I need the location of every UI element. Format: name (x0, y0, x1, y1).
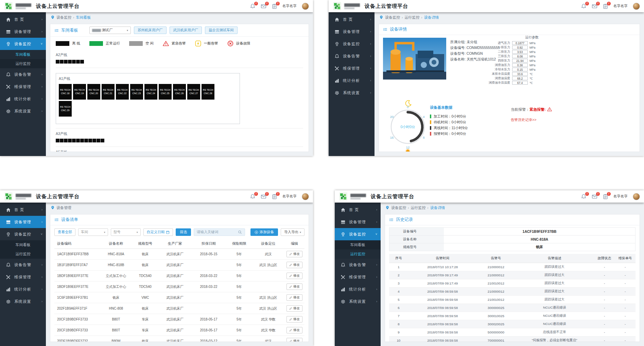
machine-status-cell[interactable] (84, 139, 88, 142)
machine-tile[interactable]: RS TECHCNC.25 (159, 84, 172, 100)
machine-status-cell[interactable] (68, 60, 72, 64)
sidebar-item-device-alarm[interactable]: 设备告警› (329, 50, 375, 62)
machine-tile[interactable]: RS TECHCNC.20 (87, 84, 100, 100)
sidebar-item-home[interactable]: 首 页› (0, 204, 46, 216)
table-row[interactable]: 22018/07/09 09:17:49210000012跟踪误差过大-- (389, 271, 636, 279)
machine-status-cell[interactable] (76, 60, 80, 64)
machine-status-cell[interactable] (64, 60, 68, 64)
edit-button[interactable]: 修改 (286, 338, 302, 342)
machine-status-cell[interactable] (80, 60, 84, 64)
machine-status-cell[interactable] (97, 139, 100, 142)
sidebar-item-home[interactable]: 首 页› (0, 13, 46, 25)
clipboard-icon[interactable]: 2 (272, 3, 277, 9)
column-header[interactable]: 告警描述 (515, 254, 594, 263)
user-avatar[interactable] (633, 193, 640, 200)
table-row[interactable]: 1BDF1B9EEFF377E立式加工中心TDC540武汉机床厂2018-03-… (54, 281, 304, 292)
sidebar-subitem-workshop-board[interactable]: 车间看板 (335, 240, 381, 249)
breadcrumb-item[interactable]: 运行监控 (411, 205, 425, 210)
column-header[interactable]: 告警时间 (408, 254, 477, 263)
machine-status-cell[interactable] (101, 139, 104, 142)
column-header[interactable]: 序号 (389, 254, 408, 263)
table-row[interactable]: 20CF1B9BDFF3733B80T车床武汉机床厂2018-05-175年武汉… (54, 314, 304, 325)
machine-status-cell[interactable] (88, 139, 92, 142)
table-row[interactable]: 82018/07/09 08:59:58300020025NCUC通讯错误-- (389, 320, 636, 328)
machine-tile[interactable]: RS TECHCNC.27 (187, 84, 200, 100)
table-row[interactable]: 102018/07/09 08:59:58700000001“伺服报警，必须全部… (389, 336, 636, 342)
workshop-tab-1[interactable]: 苏州机床用户厂 (134, 27, 167, 34)
custom-date-button[interactable]: 自定义日期 (143, 228, 173, 236)
sidebar-item-home[interactable]: 首 页› (335, 204, 381, 216)
table-row[interactable]: 20DF1B9BDFF3732B80M铣床武汉机床厂2018-03-125年武汉… (54, 336, 304, 342)
table-row[interactable]: 52018/07/09 08:59:58210010012跟踪误差过大-- (389, 296, 636, 304)
machine-status-cell[interactable] (80, 139, 84, 142)
sidebar-item-device-mgmt[interactable]: 设备管理› (335, 216, 381, 228)
sidebar-item-device-alarm[interactable]: 设备告警› (0, 68, 46, 81)
machine-tile[interactable]: RS TECHCNC.18 (59, 84, 72, 100)
sidebar-item-settings[interactable]: 系统设置› (0, 105, 46, 117)
sidebar-item-device-monitor[interactable]: 设备监控˅ (0, 38, 46, 50)
breadcrumb-item[interactable]: 设备详情 (424, 15, 439, 20)
clipboard-icon[interactable]: 2 (603, 3, 608, 9)
table-row[interactable]: 1ACF1B9FEFF37BBHNC-818A铣床武汉机床厂2018-05-15… (54, 249, 304, 260)
mail-icon[interactable]: 2 (592, 194, 597, 200)
clipboard-icon[interactable]: 2 (603, 194, 608, 200)
machine-status-cell[interactable] (76, 139, 80, 142)
machine-status-cell[interactable] (56, 139, 59, 142)
alarm-history-link[interactable]: 告警历史记录>> (511, 118, 536, 122)
breadcrumb-item[interactable]: 设备详情 (430, 205, 445, 210)
sidebar-item-maintenance[interactable]: 维保管理› (329, 62, 375, 74)
machine-tile[interactable]: RS TECHCNC.21 (102, 84, 115, 100)
workshop-select[interactable]: 车间▾ (78, 228, 108, 236)
column-header[interactable]: 编辑 (284, 239, 304, 249)
edit-button[interactable]: 修改 (286, 283, 302, 290)
edit-button[interactable]: 修改 (286, 316, 302, 323)
sidebar-item-device-monitor[interactable]: 设备监控› (329, 38, 375, 50)
sidebar-item-stats[interactable]: 统计分析› (329, 74, 375, 87)
sidebar-item-stats[interactable]: 统计分析› (0, 283, 46, 295)
column-header[interactable]: 投保日期 (191, 239, 226, 249)
table-row[interactable]: 1C6F1B9EEFF37B1铣床VMC武汉机床厂5年武汉 洪山区修改 (54, 292, 304, 303)
machine-tile[interactable]: RS TECHCNC.28 (202, 84, 214, 100)
table-row[interactable]: 92018/07/09 08:59:58500000000总线连接不正常-- (389, 328, 636, 336)
machine-status-cell[interactable] (68, 139, 72, 142)
column-header[interactable]: 设备名称 (101, 239, 132, 249)
column-header[interactable]: 告警号 (477, 254, 515, 263)
column-header[interactable]: 维保单号 (615, 254, 636, 263)
table-row[interactable]: 1B1F1B9FEFF37A7HNC-818B铣床武汉机床厂5年武汉 洪山区修改 (54, 260, 304, 271)
machine-tile[interactable]: RS TECHCNC.26 (173, 84, 186, 100)
import-export-button[interactable]: 导入导出 ▾ (281, 228, 304, 236)
column-header[interactable]: 规格型号 (132, 239, 159, 249)
sidebar-item-device-alarm[interactable]: 设备告警› (335, 259, 381, 271)
sidebar-item-device-monitor[interactable]: 设备监控˅ (0, 228, 46, 240)
machine-status-cell[interactable] (72, 139, 76, 142)
user-avatar[interactable] (302, 3, 309, 10)
sidebar-item-maintenance[interactable]: 维保管理› (0, 81, 46, 93)
column-header[interactable]: 故障状态 (594, 254, 615, 263)
sidebar-item-device-mgmt[interactable]: 设备管理› (0, 216, 46, 228)
breadcrumb-item[interactable]: 运行监控 (404, 15, 419, 20)
machine-status-cell[interactable] (92, 139, 96, 142)
machine-status-cell[interactable] (64, 139, 68, 142)
edit-button[interactable]: 修改 (286, 262, 302, 268)
sidebar-item-settings[interactable]: 系统设置› (0, 295, 46, 308)
sidebar-subitem-run-monitor[interactable]: 运行监控 (0, 59, 46, 68)
machine-status-cell[interactable] (60, 139, 64, 142)
model-select[interactable]: 型号▾ (111, 228, 141, 236)
table-row[interactable]: 20CF1B9BDFF3733B80T车床武汉机床厂2018-05-175年武汉… (54, 325, 304, 336)
sidebar-item-settings[interactable]: 系统设置› (335, 295, 381, 308)
column-header[interactable]: 设备编码 (54, 239, 101, 249)
column-header[interactable]: 保险期限 (226, 239, 252, 249)
edit-button[interactable]: 修改 (286, 294, 302, 301)
machine-tile[interactable]: RS TECHCNC.19 (73, 84, 86, 100)
sidebar-subitem-run-monitor[interactable]: 运行监控 (0, 249, 46, 259)
edit-button[interactable]: 修改 (286, 305, 302, 312)
table-row[interactable]: 72018/07/09 08:59:58300010025NCUC通讯错误-- (389, 312, 636, 320)
breadcrumb-item[interactable]: 车间看板 (76, 15, 91, 20)
table-row[interactable]: 62018/07/09 08:59:58300000025NCUC通讯错误-- (389, 304, 636, 312)
mail-icon[interactable]: 2 (592, 3, 597, 9)
breadcrumb-item[interactable]: 设备监控 (385, 15, 400, 20)
machine-tile[interactable]: RS TECHCNC.22 (116, 84, 129, 100)
machine-tile[interactable]: RS TECHCNC.23 (130, 84, 143, 100)
sidebar-item-maintenance[interactable]: 维保管理› (335, 271, 381, 283)
edit-button[interactable]: 修改 (286, 251, 302, 257)
